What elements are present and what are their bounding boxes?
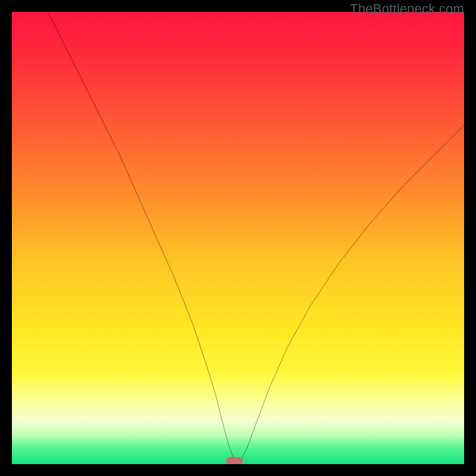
optimal-marker xyxy=(226,457,243,464)
bottleneck-curve xyxy=(12,12,464,464)
plot-area xyxy=(12,12,464,464)
watermark-text: TheBottleneck.com xyxy=(350,1,464,17)
chart-frame: TheBottleneck.com xyxy=(0,0,476,476)
